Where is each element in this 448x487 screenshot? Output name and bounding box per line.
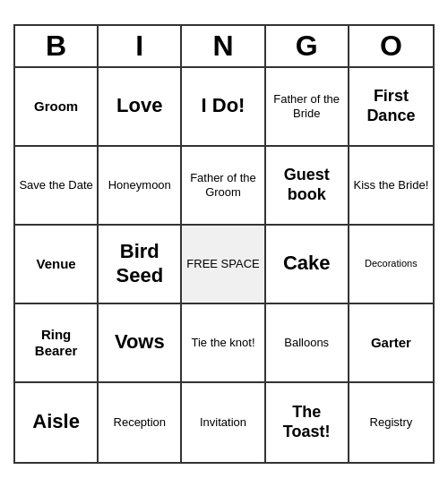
bingo-cell: Groom <box>15 68 99 147</box>
cell-text: Venue <box>37 256 76 272</box>
bingo-cell: Aisle <box>15 383 99 462</box>
bingo-cell: Father of the Groom <box>182 147 265 226</box>
bingo-cell: Tie the knot! <box>182 304 265 383</box>
bingo-cell: Cake <box>266 226 349 304</box>
bingo-cell: Ring Bearer <box>15 304 99 383</box>
bingo-cell: I Do! <box>182 68 265 147</box>
header-letter: I <box>99 26 182 66</box>
cell-text: Decorations <box>365 258 418 269</box>
cell-text: Garter <box>371 335 411 351</box>
cell-text: Save the Date <box>19 178 92 192</box>
bingo-cell: Father of the Bride <box>266 68 349 147</box>
bingo-cell: Decorations <box>349 226 433 304</box>
bingo-cell: Bird Seed <box>99 226 182 304</box>
cell-text: FREE SPACE <box>186 257 259 271</box>
cell-text: Ring Bearer <box>19 327 93 359</box>
bingo-card: BINGO GroomLoveI Do!Father of the BrideF… <box>13 24 435 464</box>
header-letter: N <box>182 26 265 66</box>
cell-text: Groom <box>34 98 78 115</box>
bingo-cell: Balloons <box>266 304 349 383</box>
bingo-cell: Vows <box>99 304 182 383</box>
cell-text: Honeymoon <box>108 178 171 192</box>
bingo-cell: Kiss the Bride! <box>349 147 433 226</box>
bingo-cell: First Dance <box>349 68 433 147</box>
cell-text: First Dance <box>353 87 429 125</box>
bingo-cell: Registry <box>349 383 433 462</box>
cell-text: I Do! <box>202 94 246 117</box>
cell-text: Father of the Groom <box>185 171 260 199</box>
cell-text: Kiss the Bride! <box>353 178 428 192</box>
cell-text: Cake <box>283 252 331 275</box>
bingo-cell: Reception <box>99 383 182 462</box>
bingo-cell: Guest book <box>266 147 349 226</box>
cell-text: The Toast! <box>270 403 344 441</box>
header-letter: G <box>266 26 349 66</box>
cell-text: Invitation <box>200 415 246 430</box>
bingo-cell: Honeymoon <box>99 147 182 226</box>
bingo-cell: Venue <box>15 226 99 304</box>
bingo-cell: Garter <box>349 304 433 383</box>
cell-text: Aisle <box>32 410 80 433</box>
header-letter: B <box>15 26 99 66</box>
cell-text: Vows <box>115 330 165 354</box>
cell-text: Reception <box>114 415 167 430</box>
cell-text: Registry <box>370 415 413 430</box>
cell-text: Bird Seed <box>102 240 177 287</box>
bingo-cell: Save the Date <box>15 147 99 226</box>
bingo-cell: FREE SPACE <box>182 226 265 304</box>
bingo-cell: Invitation <box>182 383 265 462</box>
cell-text: Balloons <box>284 336 329 350</box>
cell-text: Love <box>116 94 162 117</box>
cell-text: Father of the Bride <box>270 92 344 120</box>
header-letter: O <box>349 26 433 66</box>
cell-text: Guest book <box>270 166 344 204</box>
bingo-grid: GroomLoveI Do!Father of the BrideFirst D… <box>15 68 433 462</box>
bingo-cell: Love <box>99 68 182 147</box>
bingo-header: BINGO <box>15 26 433 68</box>
bingo-cell: The Toast! <box>266 383 349 462</box>
cell-text: Tie the knot! <box>191 336 254 350</box>
